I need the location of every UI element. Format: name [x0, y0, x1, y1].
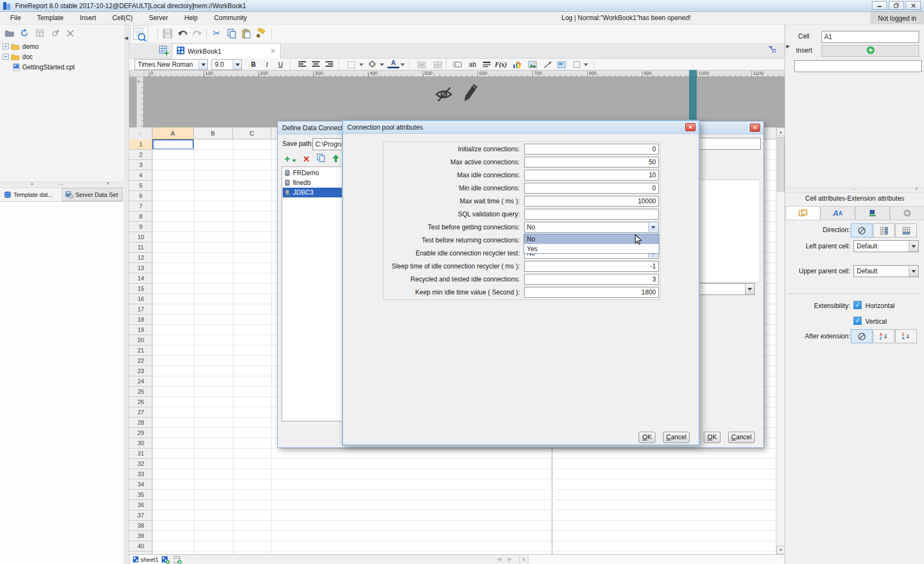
row-header-21[interactable]: 21 — [129, 345, 152, 356]
column-header-A[interactable]: A — [152, 127, 194, 139]
tab-close-icon[interactable]: ✕ — [270, 47, 276, 55]
row-header-19[interactable]: 19 — [129, 325, 152, 335]
upper-parent-select[interactable]: Default — [853, 265, 919, 277]
vertical-checkbox[interactable]: ✓ — [853, 317, 862, 325]
upper-parent-dropdown-icon[interactable] — [909, 266, 918, 277]
row-header-29[interactable]: 29 — [129, 428, 152, 438]
outer-cancel-button[interactable]: Cancel — [728, 432, 755, 443]
add-connection-icon[interactable]: + — [284, 153, 290, 165]
tab-overflow-icon[interactable] — [767, 45, 777, 55]
line-tool-icon[interactable] — [541, 59, 553, 70]
collapse-up-icon[interactable]: ▲ — [30, 181, 34, 186]
left-parent-select[interactable]: Default — [853, 240, 919, 252]
label-widget-icon[interactable]: ab — [467, 59, 479, 70]
outer-ok-button[interactable]: OK — [704, 432, 721, 443]
horizontal-checkbox[interactable]: ✓ — [853, 301, 862, 309]
row-header-39[interactable]: 39 — [129, 531, 152, 541]
scroll-up-icon[interactable]: ▲ — [776, 127, 785, 136]
menu-item-insert[interactable]: Insert — [79, 12, 97, 24]
tree-item-demo[interactable]: +demo — [0, 41, 124, 52]
row-header-23[interactable]: 23 — [129, 366, 152, 376]
cell-ref-input[interactable]: A1 — [821, 31, 919, 43]
tab-cell-other-attributes[interactable] — [890, 206, 924, 220]
direction-vertical-button[interactable] — [873, 223, 895, 238]
text-widget-icon[interactable] — [451, 59, 463, 70]
restore-button[interactable] — [889, 1, 904, 10]
right-splitter-collapse-icon[interactable]: ▶ — [786, 43, 790, 49]
inner-dialog-close-icon[interactable]: × — [685, 123, 696, 131]
border-icon[interactable] — [345, 59, 357, 70]
tree-item-gettingstarted-cpt[interactable]: GettingStarted.cpt — [0, 62, 124, 72]
row-header-20[interactable]: 20 — [129, 335, 152, 345]
row-header-6[interactable]: 6 — [129, 191, 152, 201]
cut-icon[interactable]: ✂ — [211, 27, 222, 39]
row-header-11[interactable]: 11 — [129, 242, 152, 253]
italic-button[interactable]: I — [261, 59, 273, 70]
chart-icon[interactable] — [511, 59, 523, 70]
left-splitter[interactable]: ◀ — [124, 24, 129, 564]
row-header-25[interactable]: 25 — [129, 387, 152, 397]
copy-icon[interactable] — [226, 28, 238, 40]
field-combo-dropdown-icon[interactable] — [648, 223, 658, 232]
fill-color-icon[interactable] — [367, 59, 379, 70]
insert-button[interactable] — [821, 45, 919, 57]
add-form-sheet-icon[interactable] — [173, 556, 182, 564]
tab-cell-expand-attributes[interactable] — [786, 206, 820, 220]
row-header-32[interactable]: 32 — [129, 459, 152, 469]
row-header-18[interactable]: 18 — [129, 315, 152, 325]
vertical-scroll-thumb[interactable] — [777, 137, 785, 191]
field-input-5[interactable]: 10000 — [524, 196, 659, 207]
splitter-collapse-icon[interactable]: ◀ — [124, 35, 128, 41]
menu-item-community[interactable]: Community — [213, 12, 248, 24]
row-header-15[interactable]: 15 — [129, 284, 152, 294]
copy-connection-icon[interactable] — [317, 153, 326, 164]
row-header-34[interactable]: 34 — [129, 479, 152, 490]
font-family-select[interactable]: Times New Roman — [135, 59, 208, 70]
formula-icon[interactable]: F(x) — [495, 59, 507, 70]
direction-horizontal-button[interactable] — [895, 223, 917, 238]
row-header-2[interactable]: 2 — [129, 150, 152, 160]
formula-input[interactable] — [794, 60, 922, 72]
remove-connection-icon[interactable]: ✕ — [303, 154, 310, 164]
row-header-9[interactable]: 9 — [129, 222, 152, 232]
row-header-4[interactable]: 4 — [129, 170, 152, 181]
outer-dialog-close-icon[interactable]: × — [750, 124, 760, 132]
add-sheet-icon[interactable] — [161, 556, 170, 564]
row-header-24[interactable]: 24 — [129, 376, 152, 387]
row-header-22[interactable]: 22 — [129, 356, 152, 366]
select-all-corner[interactable]: ⁞⁞ — [129, 127, 152, 139]
field-input-12[interactable]: 1800 — [524, 287, 659, 298]
tab-sheet1[interactable]: sheet1 — [131, 555, 162, 564]
align-center-icon[interactable] — [310, 59, 322, 70]
direction-none-button[interactable] — [851, 223, 872, 238]
field-input-11[interactable]: 3 — [524, 274, 659, 285]
field-input-2[interactable]: 50 — [524, 157, 659, 168]
row-header-30[interactable]: 30 — [129, 438, 152, 448]
row-header-3[interactable]: 3 — [129, 160, 152, 170]
menu-item-file[interactable]: File — [9, 12, 22, 24]
row-header-12[interactable]: 12 — [129, 253, 152, 263]
field-input-1[interactable]: 0 — [524, 144, 659, 155]
rich-text-icon[interactable] — [481, 59, 493, 70]
hide-preview-icon[interactable] — [434, 86, 454, 105]
column-header-C[interactable]: C — [233, 127, 271, 139]
field-input-3[interactable]: 10 — [524, 170, 659, 181]
merge-cells-icon[interactable] — [416, 59, 428, 70]
font-size-select[interactable]: 9.0 — [212, 59, 242, 70]
minimize-button[interactable] — [872, 1, 887, 10]
row-header-40[interactable]: 40 — [129, 541, 152, 552]
field-combo-7[interactable]: No — [524, 222, 659, 233]
row-header-36[interactable]: 36 — [129, 500, 152, 510]
row-header-38[interactable]: 38 — [129, 521, 152, 531]
attr-down-icon[interactable]: ▼ — [914, 187, 919, 191]
collapse-down-icon[interactable]: ▼ — [106, 181, 110, 186]
font-color-dropdown-icon[interactable] — [400, 63, 405, 66]
hscroll-left-icon[interactable]: ‹ — [519, 555, 528, 564]
font-color-icon[interactable]: A — [387, 59, 399, 68]
save-icon[interactable] — [162, 28, 174, 40]
sheet-nav-next-icon[interactable]: ▶ — [508, 556, 512, 562]
align-right-icon[interactable] — [323, 59, 335, 70]
expand-icon[interactable]: + — [3, 43, 9, 49]
charset-dropdown-icon[interactable] — [745, 284, 754, 294]
row-header-10[interactable]: 10 — [129, 232, 152, 242]
